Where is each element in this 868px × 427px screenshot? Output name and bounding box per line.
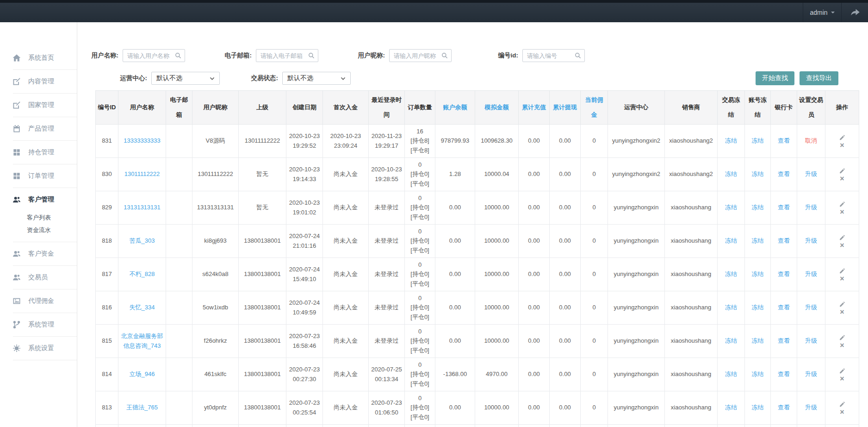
trade-freeze-link[interactable]: 冻结 [725, 337, 737, 344]
bank-card-link[interactable]: 查看 [778, 170, 790, 177]
search-icon[interactable] [174, 52, 182, 59]
username-link[interactable]: 13011112222 [124, 170, 160, 177]
account-freeze-link[interactable]: 冻结 [752, 270, 764, 277]
column-header: 账号冻结 [745, 91, 771, 125]
cell-created: 2020-07-23 16:58:46 [286, 325, 323, 358]
account-freeze-link[interactable]: 冻结 [752, 170, 764, 177]
bank-card-link[interactable]: 查看 [778, 237, 790, 244]
sidebar-item-image-9[interactable]: 代理佣金 [0, 289, 77, 313]
account-freeze-link[interactable]: 冻结 [752, 337, 764, 344]
bank-card-link[interactable]: 查看 [778, 204, 790, 211]
sidebar-item-users-8[interactable]: 交易员 [0, 266, 77, 289]
set-trader-link[interactable]: 升级 [805, 404, 817, 411]
set-trader-link[interactable]: 升级 [805, 370, 817, 377]
bank-card-link[interactable]: 查看 [778, 137, 790, 144]
set-trader-link[interactable]: 升级 [805, 304, 817, 311]
delete-icon[interactable]: × [840, 176, 844, 182]
column-header: 累计充值 [519, 91, 550, 125]
username-link[interactable]: 苦瓜_303 [130, 237, 155, 244]
set-trader-link[interactable]: 升级 [805, 337, 817, 344]
edit-icon[interactable] [839, 367, 846, 374]
trade-freeze-link[interactable]: 冻结 [725, 404, 737, 411]
username-link[interactable]: 失忆_334 [130, 304, 155, 311]
cell-trade-freeze: 冻结 [718, 391, 745, 425]
bank-card-link[interactable]: 查看 [778, 370, 790, 377]
account-freeze-link[interactable]: 冻结 [752, 237, 764, 244]
cell-last-login: 2020-07-23 01:06:50 [369, 391, 405, 425]
bank-card-link[interactable]: 查看 [778, 304, 790, 311]
search-icon[interactable] [441, 52, 448, 59]
column-header: 最近登录时间 [369, 91, 405, 125]
cell-total-recharge: 0.00 [519, 158, 550, 191]
edit-icon[interactable] [839, 334, 846, 341]
username-link[interactable]: 13333333333 [124, 137, 161, 144]
sidebar-item-edit-1[interactable]: 内容管理 [0, 70, 77, 93]
username-link[interactable]: 北京金融服务部信息咨询_743 [121, 333, 163, 349]
sidebar-item-home-0[interactable]: 系统首页 [0, 46, 77, 69]
status-select[interactable]: 默认不选 [282, 72, 351, 85]
bank-card-link[interactable]: 查看 [778, 404, 790, 411]
edit-icon[interactable] [839, 401, 846, 408]
username-link[interactable]: 王德法_765 [126, 404, 158, 411]
sidebar: 系统首页内容管理国家管理产品管理持仓管理订单管理客户管理客户列表资金流水客户资金… [0, 22, 77, 427]
trade-freeze-link[interactable]: 冻结 [725, 237, 737, 244]
delete-icon[interactable]: × [840, 376, 844, 382]
delete-icon[interactable]: × [840, 276, 844, 282]
export-button[interactable]: 查找导出 [800, 71, 838, 85]
edit-icon[interactable] [839, 201, 846, 207]
cell-bank-card: 查看 [771, 258, 797, 291]
sidebar-subitem[interactable]: 资金流水 [27, 224, 77, 236]
delete-icon[interactable]: × [840, 242, 844, 249]
set-trader-link[interactable]: 升级 [805, 204, 817, 211]
admin-menu[interactable]: admin [803, 3, 842, 22]
edit-icon[interactable] [839, 167, 846, 174]
sidebar-item-gear-11[interactable]: 系统设置 [0, 337, 77, 360]
search-icon[interactable] [574, 52, 582, 59]
delete-icon[interactable]: × [840, 409, 844, 415]
trade-freeze-link[interactable]: 冻结 [725, 204, 737, 211]
search-icon[interactable] [308, 52, 315, 59]
cell-bank-card [771, 425, 797, 427]
logout-arrow-button[interactable] [842, 3, 868, 22]
edit-icon[interactable] [839, 267, 846, 274]
sidebar-item-users-6[interactable]: 客户管理 [0, 188, 77, 211]
account-freeze-link[interactable]: 冻结 [752, 204, 764, 211]
set-trader-link[interactable]: 取消 [805, 137, 817, 144]
account-freeze-link[interactable]: 冻结 [752, 137, 764, 144]
sidebar-item-edit-2[interactable]: 国家管理 [0, 94, 77, 117]
sidebar-item-calendar-3[interactable]: 产品管理 [0, 117, 77, 140]
sidebar-item-users-7[interactable]: 客户资金 [0, 242, 77, 265]
bank-card-link[interactable]: 查看 [778, 270, 790, 277]
username-link[interactable]: 不朽_828 [130, 270, 155, 277]
account-freeze-link[interactable]: 冻结 [752, 304, 764, 311]
cell-commission [581, 425, 608, 427]
delete-icon[interactable]: × [840, 209, 844, 215]
account-freeze-link[interactable]: 冻结 [752, 370, 764, 377]
username-link[interactable]: 立场_946 [130, 370, 155, 377]
trade-freeze-link[interactable]: 冻结 [725, 170, 737, 177]
set-trader-link[interactable]: 升级 [805, 270, 817, 277]
trade-freeze-link[interactable]: 冻结 [725, 370, 737, 377]
cell-username: 失忆_334 [118, 291, 166, 325]
delete-icon[interactable]: × [840, 309, 844, 315]
sidebar-item-grid-4[interactable]: 持仓管理 [0, 141, 77, 164]
delete-icon[interactable]: × [840, 342, 844, 349]
delete-icon[interactable]: × [840, 142, 844, 149]
trade-freeze-link[interactable]: 冻结 [725, 137, 737, 144]
center-select[interactable]: 默认不选 [151, 72, 220, 85]
set-trader-link[interactable]: 升级 [805, 237, 817, 244]
sidebar-item-branch-10[interactable]: 系统管理 [0, 313, 77, 336]
edit-icon[interactable] [839, 301, 846, 308]
sidebar-item-label: 客户资金 [28, 250, 54, 258]
trade-freeze-link[interactable]: 冻结 [725, 270, 737, 277]
search-button[interactable]: 开始查找 [756, 71, 794, 85]
account-freeze-link[interactable]: 冻结 [752, 404, 764, 411]
set-trader-link[interactable]: 升级 [805, 170, 817, 177]
sidebar-subitem[interactable]: 客户列表 [27, 211, 77, 224]
edit-icon[interactable] [839, 134, 846, 141]
username-link[interactable]: 13131313131 [124, 204, 161, 211]
edit-icon[interactable] [839, 234, 846, 241]
trade-freeze-link[interactable]: 冻结 [725, 304, 737, 311]
bank-card-link[interactable]: 查看 [778, 337, 790, 344]
sidebar-item-grid-5[interactable]: 订单管理 [0, 164, 77, 188]
